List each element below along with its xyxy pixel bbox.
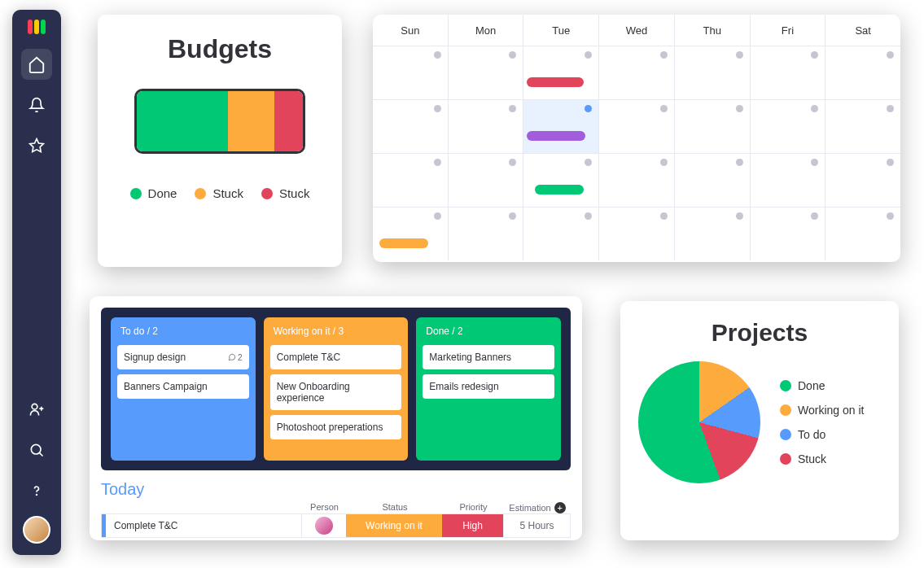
day-thu: Thu: [675, 15, 751, 46]
person-avatar: [315, 517, 333, 535]
bell-icon[interactable]: [21, 90, 52, 120]
budgets-title: Budgets: [117, 34, 322, 64]
day-sat: Sat: [825, 15, 900, 46]
day-wed: Wed: [599, 15, 675, 46]
calendar-row: [373, 153, 900, 207]
calendar-cell[interactable]: [825, 46, 900, 99]
calendar-event[interactable]: [379, 238, 428, 248]
add-column-icon[interactable]: +: [554, 502, 566, 513]
svg-point-1: [32, 404, 37, 409]
calendar-cell[interactable]: [599, 208, 675, 260]
sidebar: [12, 10, 61, 555]
calendar-event[interactable]: [527, 77, 584, 87]
calendar-cell[interactable]: [449, 154, 524, 207]
task-status[interactable]: Working on it: [346, 514, 442, 537]
projects-card: Projects Done Working on it To do Stuck: [620, 301, 899, 540]
calendar-cell[interactable]: [373, 100, 449, 153]
calendar-cell[interactable]: [599, 100, 675, 153]
legend-done: Done: [130, 186, 177, 200]
calendar-cell[interactable]: [599, 154, 675, 207]
comment-icon: 2: [228, 353, 243, 362]
kanban-card-item[interactable]: Complete T&C: [270, 345, 402, 369]
task-estimation[interactable]: 5 Hours: [503, 514, 570, 537]
col-person: Person: [302, 502, 347, 513]
kanban-col-working[interactable]: Working on it / 3 Complete T&C New Onboa…: [264, 317, 409, 461]
calendar-cell[interactable]: [373, 208, 449, 260]
calendar-row: [373, 99, 900, 153]
battery-segment-done: [137, 91, 228, 151]
calendar-row: [373, 207, 900, 260]
day-tue: Tue: [523, 15, 599, 46]
calendar-cell[interactable]: [751, 46, 826, 99]
battery-segment-stuck-1: [228, 91, 274, 151]
search-icon[interactable]: [21, 435, 52, 465]
today-header: Person Status Priority Estimation +: [101, 502, 571, 513]
calendar-cell[interactable]: [373, 154, 449, 207]
calendar-event[interactable]: [527, 131, 585, 141]
calendar-cell[interactable]: [449, 100, 524, 153]
svg-point-6: [37, 495, 37, 496]
kanban-col-title: To do / 2: [117, 324, 249, 339]
projects-title: Projects: [638, 319, 881, 347]
legend-stuck-2: Stuck: [261, 186, 310, 200]
legend-done: Done: [780, 379, 864, 392]
invite-icon[interactable]: [21, 394, 52, 425]
today-row[interactable]: Complete T&C Working on it High 5 Hours: [101, 513, 571, 538]
calendar-cell[interactable]: [449, 208, 524, 260]
calendar-header: Sun Mon Tue Wed Thu Fri Sat: [373, 15, 900, 46]
calendar-cell[interactable]: [751, 100, 826, 153]
calendar-cell[interactable]: [675, 46, 751, 99]
help-icon[interactable]: [21, 475, 52, 506]
kanban-col-done[interactable]: Done / 2 Marketing Banners Emails redesi…: [416, 317, 561, 461]
calendar-cell[interactable]: [751, 208, 826, 260]
battery-segment-stuck-2: [274, 91, 303, 151]
svg-marker-0: [30, 139, 44, 152]
star-icon[interactable]: [21, 130, 52, 161]
task-person[interactable]: [301, 514, 346, 537]
kanban-col-todo[interactable]: To do / 2 Signup design 2 Banners Campai…: [111, 317, 256, 461]
kanban-card-item[interactable]: Signup design 2: [117, 345, 249, 369]
projects-pie-chart: [638, 361, 760, 483]
col-status: Status: [347, 502, 443, 513]
col-priority: Priority: [443, 502, 504, 513]
calendar-cell[interactable]: [825, 154, 900, 207]
task-name[interactable]: Complete T&C: [102, 514, 301, 537]
calendar-cell[interactable]: [449, 46, 524, 99]
calendar-cell[interactable]: [523, 46, 599, 99]
calendar-cell[interactable]: [599, 46, 675, 99]
svg-point-4: [31, 444, 41, 454]
calendar-card: Sun Mon Tue Wed Thu Fri Sat: [373, 15, 900, 262]
calendar-cell[interactable]: [675, 208, 751, 260]
kanban-card-item[interactable]: Photoshoot preperations: [270, 415, 402, 439]
projects-legend: Done Working on it To do Stuck: [780, 379, 864, 465]
kanban-card-item[interactable]: Marketing Banners: [423, 345, 554, 369]
calendar-cell[interactable]: [675, 100, 751, 153]
calendar-cell[interactable]: [675, 154, 751, 207]
today-title: Today: [101, 480, 571, 499]
calendar-event[interactable]: [535, 185, 584, 194]
svg-line-5: [39, 452, 42, 456]
budgets-legend: Done Stuck Stuck: [117, 186, 322, 200]
kanban-card-item[interactable]: Emails redesign: [423, 374, 554, 399]
calendar-cell-today[interactable]: [523, 100, 599, 153]
legend-stuck: Stuck: [780, 452, 864, 465]
calendar-cell[interactable]: [523, 154, 599, 207]
calendar-cell[interactable]: [373, 46, 449, 99]
legend-working: Working on it: [780, 404, 864, 417]
task-priority[interactable]: High: [442, 514, 503, 537]
calendar-cell[interactable]: [523, 208, 599, 260]
kanban-col-title: Done / 2: [423, 324, 554, 339]
kanban-card-item[interactable]: Banners Campaign: [117, 374, 249, 399]
kanban-card-item[interactable]: New Onboarding experience: [270, 374, 402, 410]
calendar-cell[interactable]: [751, 154, 826, 207]
budgets-battery-chart: [134, 89, 305, 154]
user-avatar[interactable]: [23, 516, 50, 544]
day-mon: Mon: [449, 15, 524, 46]
calendar-row: [373, 46, 900, 99]
app-logo: [28, 20, 46, 34]
day-fri: Fri: [751, 15, 826, 46]
col-estimation: Estimation +: [504, 502, 571, 513]
home-icon[interactable]: [21, 49, 52, 80]
calendar-cell[interactable]: [825, 100, 900, 153]
calendar-cell[interactable]: [825, 208, 900, 260]
